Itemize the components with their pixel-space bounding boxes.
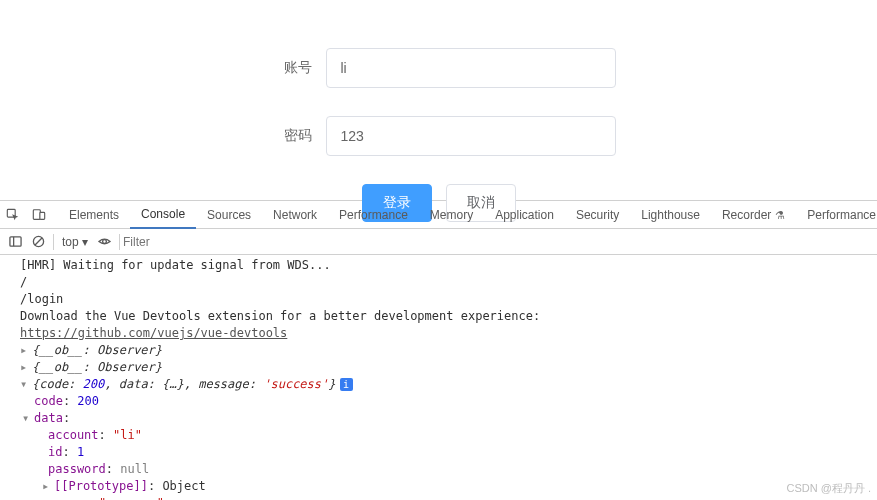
clear-console-icon[interactable] — [32, 235, 45, 248]
tab-memory[interactable]: Memory — [419, 201, 484, 229]
account-input[interactable] — [326, 48, 616, 88]
chevron-right-icon: ▸ — [20, 359, 30, 376]
tab-perf-insights[interactable]: Performance insights⚗ — [796, 201, 877, 229]
tab-perf-insights-label: Performance insights — [807, 201, 877, 229]
watermark: CSDN @程丹丹 . — [786, 481, 871, 496]
object-prop: message: "success" — [0, 495, 877, 500]
console-object[interactable]: ▸{__ob__: Observer} — [0, 342, 877, 359]
devtools-panel: Elements Console Sources Network Perform… — [0, 200, 877, 500]
tab-console[interactable]: Console — [130, 201, 196, 229]
eye-icon[interactable] — [98, 235, 111, 248]
console-line: /login — [0, 291, 877, 308]
tab-application[interactable]: Application — [484, 201, 565, 229]
svg-point-7 — [103, 240, 107, 244]
svg-rect-3 — [10, 237, 21, 246]
tab-recorder-label: Recorder — [722, 201, 771, 229]
tab-recorder[interactable]: Recorder⚗ — [711, 201, 796, 229]
separator — [119, 234, 120, 250]
tab-elements[interactable]: Elements — [58, 201, 130, 229]
tab-network[interactable]: Network — [262, 201, 328, 229]
object-summary: {code: 200, data: {…}, message: 'success… — [32, 377, 336, 391]
object-proto[interactable]: ▸[[Prototype]]: Object — [0, 478, 877, 495]
account-row: 账号 — [0, 48, 877, 88]
chevron-right-icon: ▸ — [42, 478, 52, 495]
flask-icon: ⚗ — [775, 201, 785, 229]
object-prop: password: null — [0, 461, 877, 478]
object-prop: account: "li" — [0, 427, 877, 444]
device-toggle-icon[interactable] — [32, 207, 46, 223]
inspect-icon[interactable] — [6, 207, 20, 223]
login-form: 账号 密码 登录 取消 — [0, 0, 877, 200]
object-prop: code: 200 — [0, 393, 877, 410]
object-prop-data[interactable]: ▾data: — [0, 410, 877, 427]
password-label: 密码 — [262, 127, 312, 145]
separator — [53, 234, 54, 250]
password-row: 密码 — [0, 116, 877, 156]
chevron-right-icon: ▸ — [20, 342, 30, 359]
console-output: [HMR] Waiting for update signal from WDS… — [0, 255, 877, 500]
tab-sources[interactable]: Sources — [196, 201, 262, 229]
object-summary: {__ob__: Observer} — [32, 343, 162, 357]
console-line: Download the Vue Devtools extension for … — [0, 308, 877, 325]
toggle-sidebar-icon[interactable] — [9, 235, 22, 248]
devtools-link[interactable]: https://github.com/vuejs/vue-devtools — [20, 326, 287, 340]
tab-performance[interactable]: Performance — [328, 201, 419, 229]
chevron-down-icon: ▾ — [22, 410, 32, 427]
account-label: 账号 — [262, 59, 312, 77]
console-line: / — [0, 274, 877, 291]
tab-lighthouse[interactable]: Lighthouse — [630, 201, 711, 229]
console-line: [HMR] Waiting for update signal from WDS… — [0, 257, 877, 274]
svg-rect-2 — [40, 212, 45, 219]
password-input[interactable] — [326, 116, 616, 156]
tab-security[interactable]: Security — [565, 201, 630, 229]
console-object-expanded[interactable]: ▾{code: 200, data: {…}, message: 'succes… — [0, 376, 877, 393]
svg-line-6 — [35, 238, 42, 245]
object-prop: id: 1 — [0, 444, 877, 461]
svg-rect-1 — [33, 209, 40, 219]
info-icon[interactable]: i — [340, 378, 353, 391]
devtools-tabs: Elements Console Sources Network Perform… — [0, 201, 877, 229]
chevron-down-icon: ▾ — [20, 376, 30, 393]
console-object[interactable]: ▸{__ob__: Observer} — [0, 359, 877, 376]
filter-input[interactable] — [123, 235, 323, 249]
context-selector[interactable]: top ▾ — [62, 235, 88, 249]
object-summary: {__ob__: Observer} — [32, 360, 162, 374]
console-toolbar: top ▾ — [0, 229, 877, 255]
